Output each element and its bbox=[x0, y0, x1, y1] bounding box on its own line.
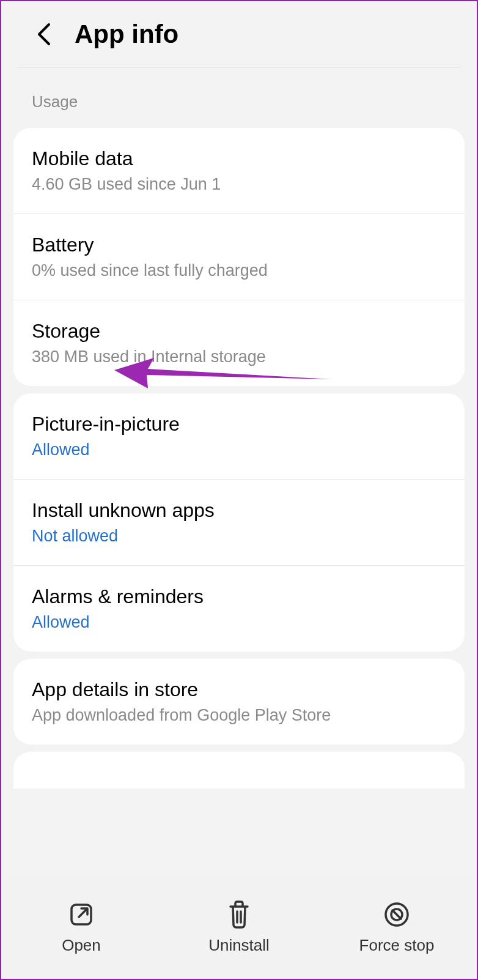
item-subtitle: Not allowed bbox=[32, 527, 446, 546]
alarms-reminders-item[interactable]: Alarms & reminders Allowed bbox=[13, 566, 465, 651]
item-subtitle: App downloaded from Google Play Store bbox=[32, 706, 446, 725]
page-title: App info bbox=[75, 20, 178, 49]
stop-icon bbox=[381, 899, 412, 930]
picture-in-picture-item[interactable]: Picture-in-picture Allowed bbox=[13, 393, 465, 480]
usage-section-label: Usage bbox=[1, 77, 477, 121]
app-details-store-item[interactable]: App details in store App downloaded from… bbox=[13, 659, 465, 744]
item-title: Mobile data bbox=[32, 147, 446, 170]
open-icon bbox=[66, 899, 97, 930]
item-title: Storage bbox=[32, 320, 446, 343]
item-subtitle: 380 MB used in Internal storage bbox=[32, 347, 446, 366]
item-subtitle: Allowed bbox=[32, 613, 446, 632]
header-divider bbox=[17, 67, 461, 68]
item-subtitle: 4.60 GB used since Jun 1 bbox=[32, 175, 446, 194]
item-subtitle: 0% used since last fully charged bbox=[32, 261, 446, 280]
back-button[interactable] bbox=[32, 22, 56, 46]
uninstall-button[interactable]: Uninstall bbox=[161, 899, 317, 955]
item-title: Picture-in-picture bbox=[32, 413, 446, 436]
svg-line-3 bbox=[392, 910, 401, 919]
item-title: Install unknown apps bbox=[32, 499, 446, 522]
permissions-card: Picture-in-picture Allowed Install unkno… bbox=[13, 393, 465, 651]
force-stop-label: Force stop bbox=[359, 936, 435, 955]
uninstall-label: Uninstall bbox=[208, 936, 270, 955]
item-subtitle: Allowed bbox=[32, 440, 446, 459]
install-unknown-apps-item[interactable]: Install unknown apps Not allowed bbox=[13, 480, 465, 566]
bottom-action-bar: Open Uninstall Force stop bbox=[2, 875, 476, 979]
page-header: App info bbox=[1, 1, 477, 67]
battery-item[interactable]: Battery 0% used since last fully charged bbox=[13, 214, 465, 300]
back-icon bbox=[35, 22, 53, 46]
open-button[interactable]: Open bbox=[3, 899, 159, 955]
usage-card: Mobile data 4.60 GB used since Jun 1 Bat… bbox=[13, 128, 465, 386]
open-label: Open bbox=[62, 936, 101, 955]
item-title: Alarms & reminders bbox=[32, 585, 446, 608]
storage-item[interactable]: Storage 380 MB used in Internal storage bbox=[13, 300, 465, 386]
force-stop-button[interactable]: Force stop bbox=[318, 899, 474, 955]
item-title: Battery bbox=[32, 234, 446, 256]
mobile-data-item[interactable]: Mobile data 4.60 GB used since Jun 1 bbox=[13, 128, 465, 214]
item-title: App details in store bbox=[32, 678, 446, 701]
trash-icon bbox=[224, 899, 254, 930]
spacer-card bbox=[13, 752, 465, 789]
store-card: App details in store App downloaded from… bbox=[13, 659, 465, 744]
